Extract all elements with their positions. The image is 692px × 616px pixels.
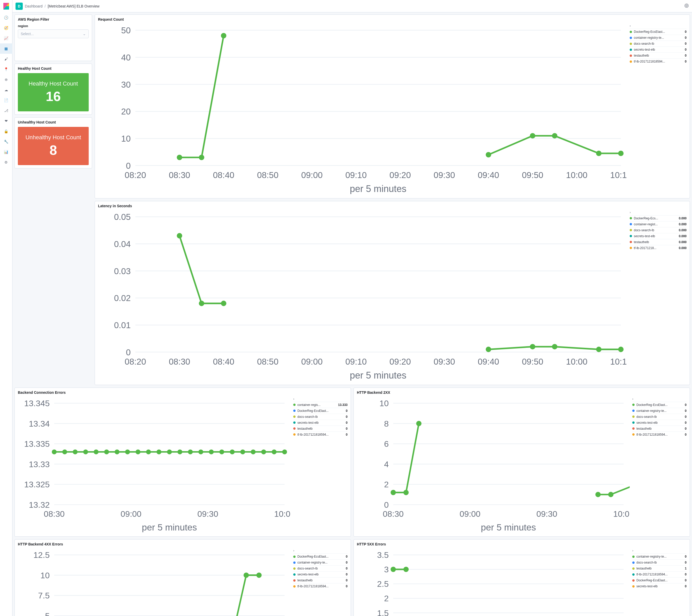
chart-svg: 00.511.522.533.508:3009:0009:3010:00per …	[357, 549, 630, 616]
devtools-icon[interactable]: 🔧	[0, 136, 13, 147]
legend-item[interactable]: secrets-test-elb0	[632, 420, 687, 425]
legend-item[interactable]: container-registry-te...0	[630, 35, 687, 41]
svg-point-30	[177, 155, 182, 160]
legend-item[interactable]: docs-search-lb0	[632, 414, 687, 420]
legend-item[interactable]: secrets-test-elb0	[293, 571, 348, 577]
legend-item[interactable]: tf-lb-2017121818594...0	[293, 432, 348, 437]
fullscreen-icon[interactable]	[684, 3, 689, 9]
siem-icon[interactable]: 🔒	[0, 126, 13, 136]
legend-label: container-registry-te...	[297, 561, 344, 564]
legend-value: 0	[685, 54, 687, 57]
svg-point-4	[686, 5, 687, 6]
maps-icon[interactable]: 📍	[0, 64, 13, 74]
legend-toggle-icon[interactable]: ›	[630, 24, 631, 28]
legend-swatch	[632, 421, 635, 424]
svg-text:13.335: 13.335	[24, 439, 50, 448]
management-icon[interactable]: ⚙	[0, 157, 13, 168]
legend-swatch	[293, 410, 296, 412]
legend-item[interactable]: docs-search-lb0	[632, 559, 687, 565]
legend-label: DockerReg-EcsElast...	[636, 578, 683, 582]
svg-point-103	[209, 449, 214, 454]
legend-value: 0	[685, 415, 687, 419]
legend-label: testauthelb	[634, 54, 683, 57]
visualize-icon[interactable]: 📈	[0, 33, 13, 43]
legend-label: DockerReg-EcsElast...	[297, 555, 344, 558]
canvas-icon[interactable]: 🖌	[0, 54, 13, 64]
legend-item[interactable]: testauthelb0	[630, 52, 687, 59]
legend-label: tf-lb-2017121818594...	[636, 573, 683, 576]
logs-icon[interactable]: 📄	[0, 95, 13, 105]
legend-item[interactable]: secrets-test-elb0	[293, 420, 348, 425]
svg-point-33	[486, 152, 491, 157]
svg-point-132	[608, 492, 614, 497]
svg-point-3	[685, 4, 688, 7]
svg-text:40: 40	[121, 53, 131, 62]
legend-item[interactable]: secrets-test-elb0.000	[630, 233, 687, 239]
breadcrumb-root[interactable]: Dashboard	[25, 4, 43, 8]
legend-item[interactable]: docs-search-lb0.000	[630, 227, 687, 233]
panel-http-2xx: HTTP Backend 2XX 024681008:3009:0009:301…	[354, 388, 690, 537]
kibana-logo[interactable]	[0, 0, 13, 13]
legend-label: secrets-test-elb	[636, 421, 683, 424]
legend-item[interactable]: testauthelb0	[293, 577, 348, 583]
svg-point-129	[403, 490, 409, 495]
legend-item[interactable]: docs-search-lb0	[293, 414, 348, 420]
legend-item[interactable]: testauthelb0	[632, 425, 687, 432]
legend-item[interactable]: testauthelb0	[293, 425, 348, 432]
apm-icon[interactable]: ⎇	[0, 105, 13, 116]
legend-item[interactable]: DockerReg-EcsElast...0	[630, 29, 687, 35]
region-select[interactable]: Select... ⌄	[18, 29, 89, 38]
legend-item[interactable]: tf-lb-2017121818594...0	[293, 583, 348, 589]
legend-toggle-icon[interactable]: ›	[293, 549, 294, 552]
legend-item[interactable]: tf-lb-20171218...0.000	[630, 245, 687, 251]
infrastructure-icon[interactable]: ☁	[0, 85, 13, 95]
legend-label: testauthelb	[297, 578, 344, 582]
legend-toggle-icon[interactable]: ›	[293, 397, 294, 401]
legend-item[interactable]: secrets-test-elb0	[632, 583, 687, 589]
legend-item[interactable]: DockerReg-EcsElast...0	[293, 408, 348, 414]
legend: ›DockerReg-EcsElast...0container-registr…	[630, 24, 687, 195]
legend-item[interactable]: container-regis...13.333	[293, 402, 348, 408]
legend-item[interactable]: tf-lb-2017121818594...0	[630, 59, 687, 64]
svg-text:08:20: 08:20	[125, 170, 146, 180]
legend-item[interactable]: testauthelb1	[632, 565, 687, 571]
legend-item[interactable]: tf-lb-2017121818594...0	[632, 432, 687, 437]
legend-value: 0	[346, 409, 348, 413]
legend-item[interactable]: container-registry-te...0	[293, 559, 348, 565]
uptime-icon[interactable]: ❤	[0, 116, 13, 126]
discover-icon[interactable]: 🧭	[0, 23, 13, 33]
dashboard-icon[interactable]: ▦	[0, 43, 13, 54]
svg-text:13.345: 13.345	[24, 399, 50, 408]
legend-item[interactable]: docs-search-lb0	[293, 565, 348, 571]
legend-toggle-icon[interactable]: ›	[630, 211, 631, 214]
legend-item[interactable]: tf-lb-2017121818594...0	[632, 571, 687, 577]
legend-item[interactable]: testauthelb0.000	[630, 239, 687, 245]
app-badge[interactable]: D	[16, 3, 23, 10]
legend-swatch	[630, 235, 632, 237]
legend: ›DockerReg-EcsElast...0container-registr…	[293, 549, 348, 616]
legend-label: secrets-test-elb	[636, 585, 683, 588]
svg-text:0.04: 0.04	[114, 239, 131, 249]
legend-toggle-icon[interactable]: ›	[632, 397, 633, 401]
legend-item[interactable]: DockerReg-Ecs...0.000	[630, 215, 687, 221]
legend-item[interactable]: DockerReg-EcsElast...0	[632, 577, 687, 583]
legend-item[interactable]: docs-search-lb0	[630, 41, 687, 46]
legend-item[interactable]: container-registry-te...0	[632, 408, 687, 414]
legend-toggle-icon[interactable]: ›	[632, 549, 633, 552]
ml-icon[interactable]: ⊛	[0, 74, 13, 85]
svg-point-69	[596, 347, 602, 352]
legend-item[interactable]: secrets-test-elb0	[630, 46, 687, 52]
monitoring-icon[interactable]: 📊	[0, 147, 13, 157]
legend-value: 0.000	[679, 246, 687, 250]
recent-icon[interactable]: 🕓	[0, 13, 13, 23]
legend-swatch	[630, 223, 632, 225]
legend-item[interactable]: container-regist...0.000	[630, 221, 687, 227]
legend-item[interactable]: container-registry-te...0	[632, 553, 687, 559]
svg-point-131	[595, 492, 601, 497]
legend-item[interactable]: DockerReg-EcsElast...0	[632, 402, 687, 408]
region-select-placeholder: Select...	[21, 32, 34, 36]
legend-item[interactable]: DockerReg-EcsElast...0	[293, 553, 348, 559]
breadcrumb: Dashboard / [Metricbeat AWS] ELB Overvie…	[25, 4, 100, 8]
svg-point-65	[221, 301, 226, 306]
legend-swatch	[632, 573, 635, 576]
